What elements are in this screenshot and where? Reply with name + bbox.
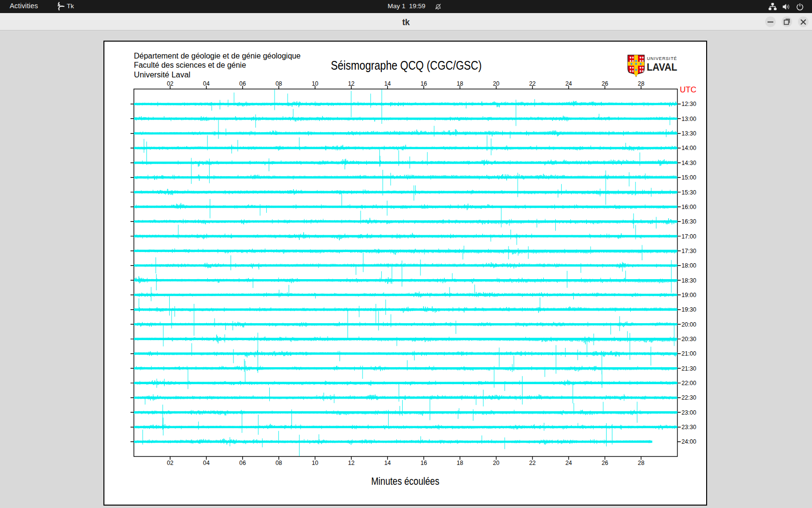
svg-text:12:30: 12:30	[682, 101, 696, 107]
svg-text:14: 14	[384, 80, 391, 87]
svg-text:26: 26	[602, 460, 609, 466]
svg-text:24: 24	[566, 460, 572, 466]
svg-text:12: 12	[348, 460, 355, 466]
svg-text:Minutes écoulées: Minutes écoulées	[371, 476, 439, 487]
svg-text:12: 12	[348, 80, 355, 87]
svg-text:22:00: 22:00	[682, 380, 696, 387]
svg-text:16: 16	[420, 80, 427, 87]
svg-text:20:30: 20:30	[682, 336, 696, 343]
svg-text:20:00: 20:00	[682, 321, 696, 328]
svg-text:20: 20	[493, 80, 500, 87]
svg-text:18: 18	[457, 460, 464, 466]
svg-text:24: 24	[566, 80, 572, 87]
svg-text:28: 28	[638, 80, 645, 87]
svg-text:08: 08	[276, 80, 282, 87]
svg-text:10: 10	[312, 80, 319, 87]
svg-text:21:30: 21:30	[682, 365, 696, 372]
svg-text:06: 06	[239, 80, 246, 87]
svg-text:16: 16	[420, 460, 427, 466]
svg-text:UTC: UTC	[680, 86, 697, 94]
svg-text:22: 22	[529, 80, 536, 87]
svg-text:Université Laval: Université Laval	[134, 70, 190, 79]
svg-text:14:00: 14:00	[682, 145, 696, 151]
svg-text:22: 22	[529, 460, 536, 466]
svg-text:18:00: 18:00	[682, 262, 696, 269]
svg-text:19:30: 19:30	[682, 306, 696, 313]
svg-text:15:00: 15:00	[682, 174, 696, 181]
svg-text:02: 02	[167, 80, 174, 87]
svg-text:04: 04	[203, 80, 210, 87]
svg-text:17:30: 17:30	[682, 248, 696, 254]
svg-text:16:00: 16:00	[682, 204, 696, 210]
svg-text:18:30: 18:30	[682, 277, 696, 284]
svg-text:UNIVERSITÉ: UNIVERSITÉ	[647, 56, 677, 61]
svg-text:26: 26	[602, 80, 609, 87]
svg-text:16:30: 16:30	[682, 218, 696, 225]
svg-text:23:30: 23:30	[682, 424, 696, 431]
svg-text:18: 18	[457, 80, 464, 87]
svg-text:Séismographe QCQ (CGC/GSC): Séismographe QCQ (CGC/GSC)	[331, 58, 482, 73]
svg-text:08: 08	[276, 460, 282, 466]
svg-text:19:00: 19:00	[682, 292, 696, 299]
svg-text:13:30: 13:30	[682, 130, 696, 137]
svg-text:21:00: 21:00	[682, 350, 696, 357]
svg-text:LAVAL: LAVAL	[647, 61, 677, 73]
svg-text:28: 28	[638, 460, 645, 466]
svg-text:04: 04	[203, 460, 210, 466]
svg-text:14:30: 14:30	[682, 160, 696, 166]
svg-text:24:00: 24:00	[682, 438, 696, 445]
svg-text:Faculté des sciences et de gén: Faculté des sciences et de génie	[134, 60, 246, 70]
svg-text:20: 20	[493, 460, 500, 466]
svg-text:02: 02	[167, 460, 174, 466]
svg-text:Département de géologie et de: Département de géologie et de génie géol…	[134, 51, 301, 60]
svg-text:13:00: 13:00	[682, 116, 696, 122]
svg-text:15:30: 15:30	[682, 189, 696, 196]
svg-text:14: 14	[384, 460, 391, 466]
svg-text:10: 10	[312, 460, 319, 466]
svg-text:06: 06	[239, 460, 246, 466]
svg-text:22:30: 22:30	[682, 394, 696, 401]
svg-text:17:00: 17:00	[682, 233, 696, 240]
svg-text:23:00: 23:00	[682, 409, 696, 416]
